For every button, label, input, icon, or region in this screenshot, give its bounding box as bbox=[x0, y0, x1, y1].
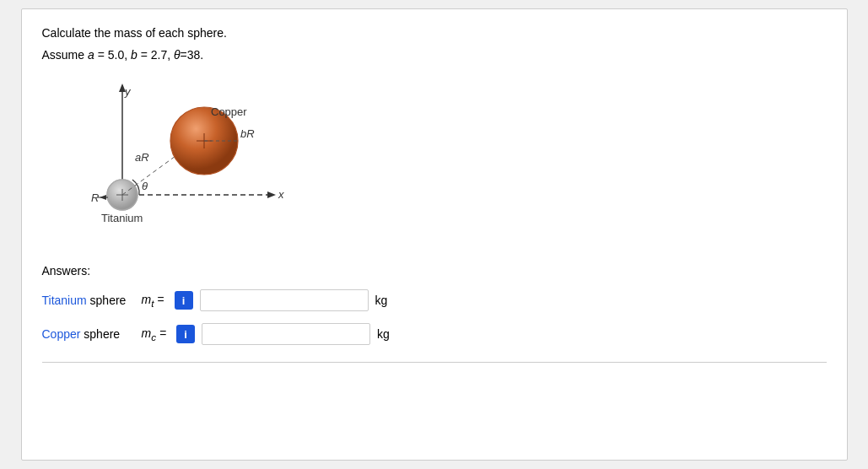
titanium-info-button[interactable]: i bbox=[175, 291, 193, 310]
copper-unit: kg bbox=[377, 327, 390, 341]
titanium-row-label: Titanium sphere bbox=[42, 294, 135, 307]
svg-text:θ: θ bbox=[142, 180, 148, 192]
svg-text:Titanium: Titanium bbox=[101, 212, 143, 224]
svg-text:bR: bR bbox=[240, 127, 255, 140]
titanium-unit: kg bbox=[375, 294, 388, 307]
svg-text:x: x bbox=[278, 188, 284, 201]
question-title: Calculate the mass of each sphere. bbox=[42, 26, 827, 40]
copper-var-label: mc = bbox=[142, 326, 167, 342]
svg-text:y: y bbox=[124, 85, 132, 98]
titanium-var-label: mt = bbox=[142, 293, 164, 309]
svg-marker-12 bbox=[100, 195, 106, 200]
titanium-answer-row: Titanium sphere mt = i kg bbox=[42, 289, 827, 311]
copper-row-label: Copper sphere bbox=[42, 327, 135, 341]
svg-marker-4 bbox=[267, 191, 276, 198]
diagram-area: y x R Titanium bbox=[42, 77, 312, 254]
copper-answer-row: Copper sphere mc = i kg bbox=[42, 323, 827, 345]
assume-line: Assume a = 5.0, b = 2.7, θ=38. bbox=[42, 48, 827, 62]
bottom-bar bbox=[42, 362, 827, 371]
main-card: Calculate the mass of each sphere. Assum… bbox=[21, 8, 848, 461]
svg-text:R: R bbox=[91, 191, 99, 204]
diagram-svg: y x R Titanium bbox=[42, 77, 312, 254]
copper-input[interactable] bbox=[202, 323, 370, 345]
copper-info-button[interactable]: i bbox=[176, 325, 195, 343]
titanium-input[interactable] bbox=[200, 289, 369, 311]
svg-text:aR: aR bbox=[135, 151, 149, 164]
answers-label: Answers: bbox=[42, 264, 827, 278]
svg-text:Copper: Copper bbox=[211, 105, 247, 118]
